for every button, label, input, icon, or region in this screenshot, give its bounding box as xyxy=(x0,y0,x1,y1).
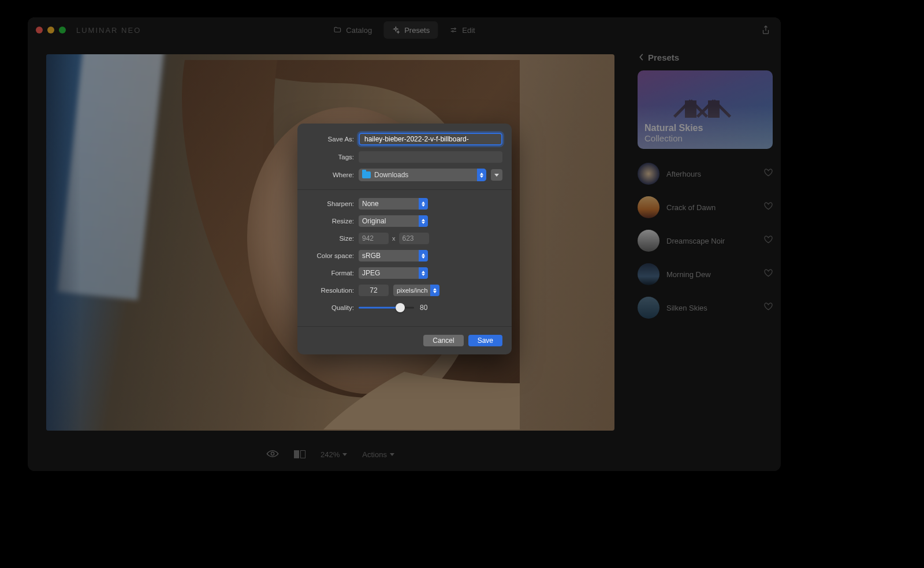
where-select[interactable]: Downloads xyxy=(359,169,486,181)
updown-arrows-icon xyxy=(419,198,428,210)
folder-icon xyxy=(362,171,371,178)
sharpen-label: Sharpen: xyxy=(307,200,359,207)
save-as-label: Save As: xyxy=(307,136,359,143)
tags-label: Tags: xyxy=(307,154,359,160)
resize-label: Resize: xyxy=(307,218,359,225)
size-label: Size: xyxy=(307,235,359,242)
export-dialog: Save As: hailey-bieber-2022-2-v-f-billbo… xyxy=(297,124,512,354)
where-label: Where: xyxy=(307,171,359,178)
cancel-button[interactable]: Cancel xyxy=(423,335,463,346)
quality-slider[interactable] xyxy=(359,302,414,313)
slider-fill xyxy=(359,307,400,309)
slider-thumb[interactable] xyxy=(396,303,405,312)
save-as-input[interactable]: hailey-bieber-2022-2-v-f-billboard- xyxy=(359,133,502,145)
expand-location-button[interactable] xyxy=(491,169,502,181)
size-height-input[interactable]: 623 xyxy=(399,233,429,244)
sharpen-select[interactable]: None xyxy=(359,198,428,210)
format-value: JPEG xyxy=(362,269,380,277)
updown-arrows-icon xyxy=(419,267,428,279)
dialog-buttons: Cancel Save xyxy=(297,327,512,354)
resolution-unit-value: pixels/inch xyxy=(397,287,428,294)
updown-arrows-icon xyxy=(419,250,428,261)
resolution-unit-select[interactable]: pixels/inch xyxy=(393,285,439,296)
size-separator: x xyxy=(392,235,396,242)
color-space-label: Color space: xyxy=(307,252,359,259)
dialog-top-section: Save As: hailey-bieber-2022-2-v-f-billbo… xyxy=(297,124,512,190)
resolution-label: Resolution: xyxy=(307,287,359,294)
resize-value: Original xyxy=(362,217,386,225)
format-select[interactable]: JPEG xyxy=(359,267,428,279)
updown-arrows-icon xyxy=(430,285,439,296)
size-width-input[interactable]: 942 xyxy=(359,233,389,244)
quality-label: Quality: xyxy=(307,304,359,311)
where-value: Downloads xyxy=(374,171,408,179)
format-label: Format: xyxy=(307,270,359,276)
color-space-select[interactable]: sRGB xyxy=(359,250,428,261)
quality-value: 80 xyxy=(420,304,434,312)
updown-arrows-icon xyxy=(477,169,486,181)
tags-input[interactable] xyxy=(359,151,502,163)
save-button[interactable]: Save xyxy=(468,335,502,346)
resolution-input[interactable]: 72 xyxy=(359,285,389,296)
resize-select[interactable]: Original xyxy=(359,215,428,227)
sharpen-value: None xyxy=(362,200,379,208)
dialog-options-section: Sharpen: None Resize: Original Size: 942… xyxy=(297,190,512,327)
color-space-value: sRGB xyxy=(362,252,381,260)
updown-arrows-icon xyxy=(419,215,428,227)
